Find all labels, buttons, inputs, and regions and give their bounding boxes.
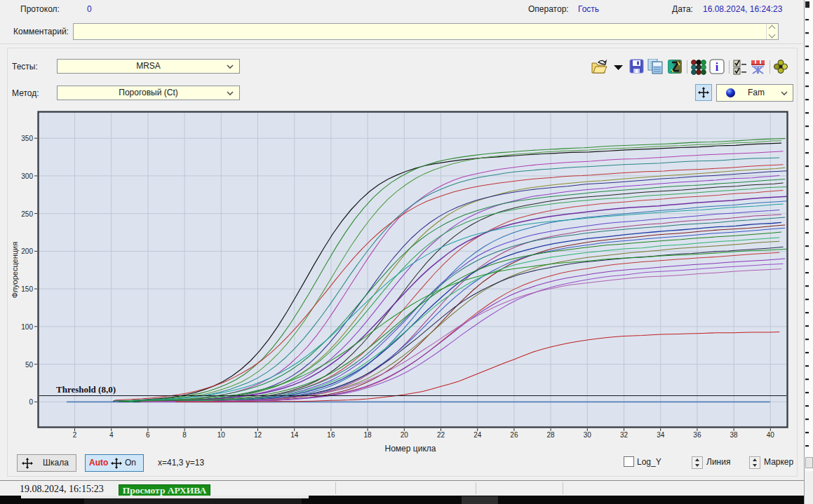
svg-text:2: 2 [73,431,77,439]
svg-text:34: 34 [657,431,665,439]
svg-text:Флуоресценция: Флуоресценция [11,242,19,298]
svg-text:16: 16 [327,431,335,439]
svg-text:50: 50 [25,361,34,369]
svg-text:24: 24 [473,431,482,439]
svg-text:250: 250 [21,210,33,218]
svg-text:32: 32 [620,431,629,439]
svg-text:4: 4 [109,431,114,439]
svg-text:6: 6 [146,431,150,439]
svg-text:12: 12 [254,431,262,439]
svg-text:150: 150 [21,285,33,293]
svg-text:0: 0 [29,398,33,406]
svg-text:Номер цикла: Номер цикла [385,444,436,454]
svg-text:22: 22 [437,431,445,439]
svg-text:Threshold (8,0): Threshold (8,0) [56,384,116,395]
svg-text:28: 28 [547,431,556,439]
svg-text:100: 100 [21,323,33,331]
svg-text:20: 20 [401,431,409,439]
svg-text:200: 200 [21,247,33,255]
svg-text:8: 8 [182,431,187,439]
svg-text:30: 30 [584,431,592,439]
svg-text:300: 300 [21,172,33,180]
svg-text:350: 350 [21,135,33,142]
svg-text:36: 36 [693,431,701,439]
svg-text:38: 38 [730,431,739,439]
svg-text:14: 14 [290,431,299,439]
svg-text:10: 10 [217,431,226,439]
svg-text:40: 40 [767,431,775,439]
svg-text:18: 18 [364,431,372,439]
svg-text:26: 26 [510,431,518,439]
